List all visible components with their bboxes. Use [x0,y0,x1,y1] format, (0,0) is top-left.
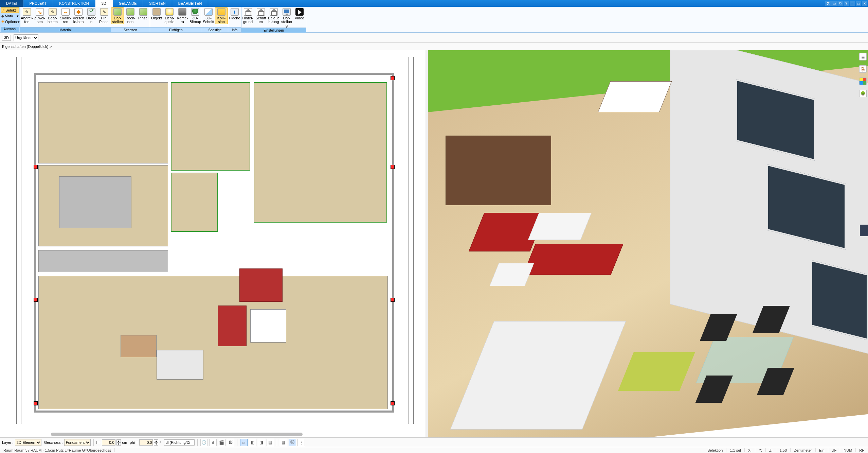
main-tabs: DATEI PROJEKT KONSTRUKTION 3D GELÄNDE SI… [0,0,868,7]
mode-badge: 3D [2,35,11,41]
group-title-material: Material [20,27,111,32]
color-palette-icon[interactable] [859,77,867,85]
north-icon[interactable]: Ⓝ [289,439,296,446]
status-scale: 1:50 [776,448,791,452]
tool-icon[interactable]: ⧉ [837,1,843,6]
hin-pinsel-button[interactable]: Hin. Pinsel [98,7,111,24]
ribbon: ➚Selekt ◆Mark.▾ ✚Optionen Auswahl Abgrei… [0,7,868,33]
clock-icon[interactable]: 🕑 [200,439,208,446]
tab-konstruktion[interactable]: KONSTRUKTION [53,0,95,7]
group-title-schatten: Schatten [111,27,150,32]
l-spinner[interactable]: ▲▼ [116,439,121,446]
view-splitter[interactable] [425,50,428,437]
tool-icon[interactable]: 🛠 [825,1,831,6]
bitmap3d-button[interactable]: 3D-Bitmap [189,7,202,24]
side-panel-handle[interactable] [860,225,868,236]
darstellung-button[interactable]: Dar-stellung [280,7,293,28]
play-icon [295,8,304,16]
dl-input[interactable] [164,439,195,446]
camera-icon [178,8,186,16]
section-icon [204,8,213,16]
kamera-button[interactable]: Kame-ra [176,7,189,24]
bearbeiten-button[interactable]: Bear-beiten [46,7,59,24]
group-title-einstellungen: Einstellungen [241,28,306,33]
eyedropper-icon [23,8,31,16]
layers-icon[interactable]: ≣ [859,53,867,60]
tab-sichten[interactable]: SICHTEN [143,0,172,7]
status-sel: 1:1 sel [726,448,744,452]
toggle-a-icon[interactable]: ▱ [240,439,248,446]
lichtquelle-button[interactable]: Licht-quelle [163,7,176,24]
toggle-d-icon[interactable]: ▤ [267,439,274,446]
tool-icon[interactable]: ▭ [831,1,837,6]
scale-icon [61,8,70,16]
group-title-einfuegen: Einfügen [150,27,202,32]
floorplan-3d-view[interactable]: ≣ 🪑 🌳 [428,50,868,437]
info-icon [231,8,239,16]
beleuchtung-button[interactable]: Beleuch-tung [267,7,280,24]
more-icon[interactable]: ⋮ [297,439,305,446]
grid-icon[interactable]: ▦ [280,439,287,446]
group-title-info: Info [228,27,241,32]
bulb-icon [165,8,174,16]
mark-button[interactable]: ◆Mark.▾ [1,13,19,19]
screen-icon[interactable]: 🖥 [209,439,217,446]
status-num: NUM [840,448,856,452]
minimize-icon[interactable]: – [850,1,855,6]
status-left: Raum Raum 37 RAUM - 1.5cm Putz L=Räume G… [0,448,115,452]
render-icon [113,8,122,16]
objekt-button[interactable]: Objekt [150,7,163,20]
kollision-button[interactable]: Kolli-sion [215,7,228,24]
properties-hint-bar[interactable]: Eigenschaften (Doppelklick)-> [0,43,868,50]
layer-select[interactable]: 2D-Elemen [15,439,41,446]
drehen-button[interactable]: Drehen [85,7,98,24]
zuweisen-button[interactable]: Zuwei-sen [33,7,46,24]
video-button[interactable]: Video [293,7,306,20]
status-selektion: Selektion [704,448,726,452]
schnitt3d-button[interactable]: 3D-Schnitt [202,7,215,24]
abgreifen-button[interactable]: Abgrei-fen [20,7,33,24]
close-icon[interactable]: ✕ [862,1,867,6]
darstellen-button[interactable]: Dar-stellen [111,7,124,24]
geschoss-select[interactable]: Fundament [64,439,91,446]
collision-icon [217,8,225,16]
maximize-icon[interactable]: □ [856,1,861,6]
record-icon[interactable]: 🎬 [218,439,225,446]
phi-spinner[interactable]: ▲▼ [154,439,158,446]
deg-label: ° [160,440,161,445]
object-icon [152,8,161,16]
hintergrund-button[interactable]: Hinter-grund [241,7,254,24]
optionen-button[interactable]: ✚Optionen [1,19,19,24]
status-y: Y: [755,448,766,452]
toggle-c-icon[interactable]: ◨ [258,439,265,446]
tab-datei[interactable]: DATEI [0,0,23,7]
tree-icon[interactable]: 🌳 [859,90,867,97]
compute-icon [126,8,134,16]
status-unit: Zentimeter [791,448,816,452]
edit-icon [49,8,57,16]
selekt-button[interactable]: ➚Selekt [1,7,19,13]
tab-gelaende[interactable]: GELÄNDE [113,0,143,7]
display-icon [283,8,291,16]
tab-projekt[interactable]: PROJEKT [23,0,53,7]
layer-label: Layer : [2,440,14,445]
furniture-icon[interactable]: 🪑 [859,65,867,73]
pinsel-button[interactable]: Pinsel [137,7,150,20]
floorplan-2d-view[interactable] [0,50,425,437]
side-palette: ≣ 🪑 🌳 [858,53,867,97]
photo-icon[interactable]: 🖼 [227,439,234,446]
help-icon[interactable]: ? [844,1,849,6]
l-label: l = [96,440,101,445]
phi-input[interactable] [139,439,153,446]
verschieben-button[interactable]: Verschie-ben [72,7,85,24]
tab-3d[interactable]: 3D [95,0,113,7]
group-title-sonstige: Sonstige [202,27,228,32]
terrain-select[interactable]: Urgelände [14,34,38,41]
flaeche-button[interactable]: Fläche [228,7,241,20]
toggle-b-icon[interactable]: ◧ [249,439,256,446]
schatten-setting-button[interactable]: Schatten [254,7,267,24]
l-input[interactable] [102,439,115,446]
skalieren-button[interactable]: Skalie-ren [59,7,72,24]
tab-bearbeiten[interactable]: BEARBEITEN [172,0,209,7]
rechnen-button[interactable]: Rech-nen [124,7,137,24]
